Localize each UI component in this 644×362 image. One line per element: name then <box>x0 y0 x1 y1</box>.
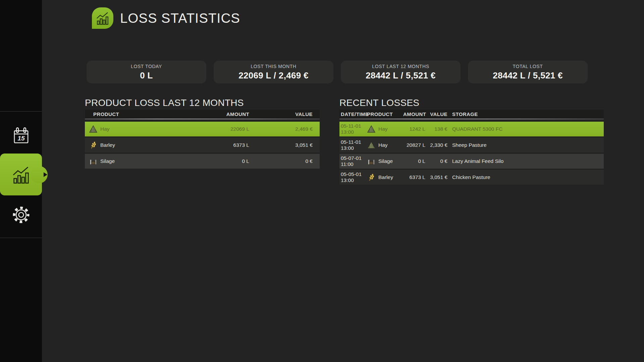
value-cell: 3,051 € <box>425 174 447 180</box>
amount-cell: 6373 L <box>403 174 425 180</box>
stat-value: 0 L <box>140 70 153 81</box>
stat-value: 22069 L / 2,469 € <box>238 70 308 81</box>
datetime-cell: 05-11-01 13:00 <box>341 139 367 151</box>
column-header-value: VALUE <box>425 111 447 117</box>
value-cell: 0 € <box>249 158 313 164</box>
silage-icon <box>367 157 376 166</box>
product-cell: Hay <box>367 141 403 149</box>
product-loss-header-row: PRODUCT AMOUNT VALUE <box>85 110 320 119</box>
hay-icon <box>367 141 376 149</box>
storage-cell: Lazy Animal Feed Silo <box>447 158 604 164</box>
silage-icon <box>89 157 98 166</box>
amount-cell: 0 L <box>403 158 425 164</box>
amount-cell: 20827 L <box>403 142 425 148</box>
stat-card-lost-this-month: LOST THIS MONTH 22069 L / 2,469 € <box>214 61 333 83</box>
loss-statistics-app-icon <box>92 7 113 29</box>
stat-card-lost-last-12-months: LOST LAST 12 MONTHS 28442 L / 5,521 € <box>341 61 461 83</box>
column-header-value: VALUE <box>249 111 313 117</box>
product-name: Hay <box>378 126 388 132</box>
stat-label: TOTAL LOST <box>513 64 543 69</box>
column-header-storage: STORAGE <box>447 111 604 117</box>
hay-icon <box>367 125 376 133</box>
stat-label: LOST TODAY <box>131 64 162 69</box>
stat-value: 28442 L / 5,521 € <box>366 70 435 81</box>
stat-card-lost-today: LOST TODAY 0 L <box>87 61 206 83</box>
sidebar-item-calendar[interactable]: 15 <box>0 121 42 151</box>
stat-value: 28442 L / 5,521 € <box>493 70 562 81</box>
sidebar-item-settings[interactable] <box>0 200 42 230</box>
column-header-amount: AMOUNT <box>165 111 249 117</box>
datetime-cell: 05-05-01 13:00 <box>341 171 367 183</box>
recent-loss-row[interactable]: 05-05-01 13:00Barley6373 L3,051 €Chicken… <box>339 170 604 185</box>
product-name: Hay <box>378 142 388 148</box>
amount-cell: 0 L <box>165 158 249 164</box>
product-cell: Barley <box>367 173 403 182</box>
product-name: Hay <box>100 126 110 132</box>
svg-text:15: 15 <box>17 135 25 142</box>
column-header-product: PRODUCT <box>367 111 403 117</box>
recent-loss-row[interactable]: 05-11-01 13:00Hay20827 L2,330 €Sheep Pas… <box>339 138 604 153</box>
barley-icon <box>89 141 98 149</box>
recent-losses-header-row: DATE/TIME PRODUCT AMOUNT VALUE STORAGE <box>339 110 604 119</box>
sidebar: 15 <box>0 0 42 362</box>
storage-cell: Sheep Pasture <box>447 142 604 148</box>
datetime-cell: 05-11-01 13:00 <box>341 123 367 135</box>
stat-label: LOST LAST 12 MONTHS <box>372 64 429 69</box>
product-name: Silage <box>378 158 393 164</box>
product-loss-row[interactable]: Hay22069 L2,469 € <box>85 122 320 136</box>
sidebar-item-statistics[interactable] <box>0 154 42 195</box>
header-underline <box>339 119 604 119</box>
recent-loss-row[interactable]: 05-11-01 13:00Hay1242 L138 €QUADRANT 530… <box>339 122 604 136</box>
column-header-datetime: DATE/TIME <box>341 111 367 117</box>
active-tab-arrow-icon <box>44 172 47 177</box>
recent-loss-row[interactable]: 05-07-01 11:00Silage0 L0 €Lazy Animal Fe… <box>339 154 604 169</box>
value-cell: 138 € <box>425 126 447 132</box>
value-cell: 0 € <box>425 158 447 164</box>
product-loss-panel: PRODUCT LOSS LAST 12 MONTHS PRODUCT AMOU… <box>85 97 320 169</box>
product-name: Barley <box>100 142 115 148</box>
datetime-cell: 05-07-01 11:00 <box>341 155 367 167</box>
sidebar-divider <box>0 238 42 238</box>
bar-chart-icon <box>11 164 32 185</box>
stat-label: LOST THIS MONTH <box>251 64 296 69</box>
product-loss-row[interactable]: Barley6373 L3,051 € <box>85 138 320 153</box>
product-cell: Hay <box>85 125 165 133</box>
product-loss-row[interactable]: Silage0 L0 € <box>85 154 320 169</box>
product-loss-rows: Hay22069 L2,469 €Barley6373 L3,051 €Sila… <box>85 122 320 169</box>
amount-cell: 1242 L <box>403 126 425 132</box>
recent-losses-panel: RECENT LOSSES DATE/TIME PRODUCT AMOUNT V… <box>339 97 604 185</box>
storage-cell: QUADRANT 5300 FC <box>447 126 604 132</box>
amount-cell: 6373 L <box>165 142 249 148</box>
product-name: Silage <box>100 158 115 164</box>
value-cell: 2,330 € <box>425 142 447 148</box>
recent-losses-rows: 05-11-01 13:00Hay1242 L138 €QUADRANT 530… <box>339 122 604 185</box>
calendar-icon: 15 <box>12 126 31 145</box>
storage-cell: Chicken Pasture <box>447 174 604 180</box>
value-cell: 2,469 € <box>249 126 313 132</box>
barley-icon <box>367 173 376 182</box>
product-name: Barley <box>378 174 393 180</box>
page-title: LOSS STATISTICS <box>120 7 240 29</box>
hay-icon <box>89 125 98 133</box>
header-underline <box>85 119 320 119</box>
product-cell: Silage <box>85 157 165 166</box>
product-cell: Hay <box>367 125 403 133</box>
value-cell: 3,051 € <box>249 142 313 148</box>
bar-chart-leaf-icon <box>95 10 110 26</box>
product-loss-title: PRODUCT LOSS LAST 12 MONTHS <box>85 97 320 109</box>
loss-statistics-screen: { "header": { "title": "LOSS STATISTICS"… <box>0 0 644 362</box>
column-header-product: PRODUCT <box>85 111 165 117</box>
stat-card-total-lost: TOTAL LOST 28442 L / 5,521 € <box>468 61 588 83</box>
product-cell: Silage <box>367 157 403 166</box>
amount-cell: 22069 L <box>165 126 249 132</box>
column-header-amount: AMOUNT <box>403 111 425 117</box>
gear-icon <box>11 205 31 225</box>
product-cell: Barley <box>85 141 165 149</box>
sidebar-divider <box>0 111 42 112</box>
recent-losses-title: RECENT LOSSES <box>339 97 604 109</box>
